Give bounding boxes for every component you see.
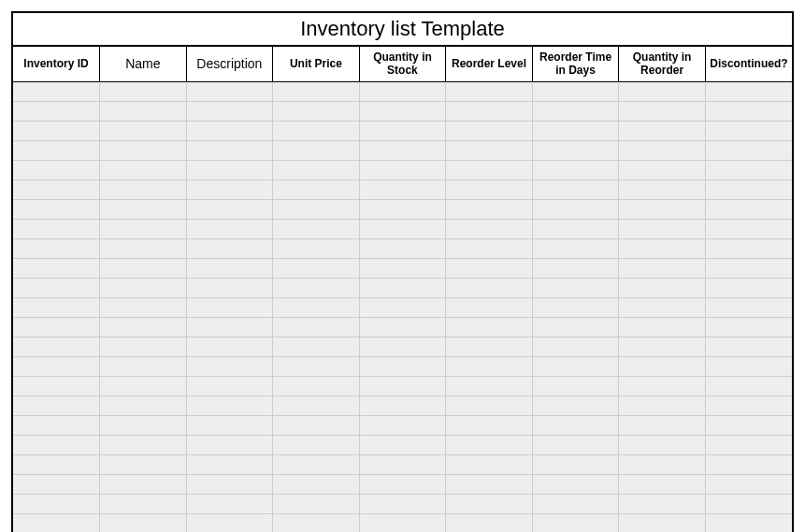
table-cell[interactable] xyxy=(532,317,619,337)
table-cell[interactable] xyxy=(13,435,100,454)
table-cell[interactable] xyxy=(100,199,187,219)
table-cell[interactable] xyxy=(705,160,792,180)
table-cell[interactable] xyxy=(446,494,533,513)
table-cell[interactable] xyxy=(100,140,187,160)
table-cell[interactable] xyxy=(446,180,533,199)
table-cell[interactable] xyxy=(186,238,273,258)
table-cell[interactable] xyxy=(532,219,619,238)
table-cell[interactable] xyxy=(13,494,100,513)
table-cell[interactable] xyxy=(446,454,533,474)
table-cell[interactable] xyxy=(13,513,100,532)
table-cell[interactable] xyxy=(100,278,187,297)
table-cell[interactable] xyxy=(619,180,706,199)
table-cell[interactable] xyxy=(619,513,706,532)
table-cell[interactable] xyxy=(100,337,187,356)
table-cell[interactable] xyxy=(186,454,273,474)
table-cell[interactable] xyxy=(13,376,100,395)
table-cell[interactable] xyxy=(359,317,446,337)
table-cell[interactable] xyxy=(100,435,187,454)
table-cell[interactable] xyxy=(273,238,360,258)
table-cell[interactable] xyxy=(446,101,533,121)
table-cell[interactable] xyxy=(619,199,706,219)
table-cell[interactable] xyxy=(186,356,273,376)
table-cell[interactable] xyxy=(446,415,533,435)
table-cell[interactable] xyxy=(359,454,446,474)
table-cell[interactable] xyxy=(446,258,533,278)
table-cell[interactable] xyxy=(446,395,533,415)
table-cell[interactable] xyxy=(359,258,446,278)
table-cell[interactable] xyxy=(446,435,533,454)
table-cell[interactable] xyxy=(532,376,619,395)
table-cell[interactable] xyxy=(532,454,619,474)
table-cell[interactable] xyxy=(186,219,273,238)
table-cell[interactable] xyxy=(186,121,273,140)
table-cell[interactable] xyxy=(100,258,187,278)
table-cell[interactable] xyxy=(619,238,706,258)
table-cell[interactable] xyxy=(273,140,360,160)
table-cell[interactable] xyxy=(705,317,792,337)
table-cell[interactable] xyxy=(13,415,100,435)
table-cell[interactable] xyxy=(619,258,706,278)
table-cell[interactable] xyxy=(100,376,187,395)
table-cell[interactable] xyxy=(13,278,100,297)
table-cell[interactable] xyxy=(100,494,187,513)
table-cell[interactable] xyxy=(273,199,360,219)
table-cell[interactable] xyxy=(532,180,619,199)
table-cell[interactable] xyxy=(359,219,446,238)
table-cell[interactable] xyxy=(705,415,792,435)
table-cell[interactable] xyxy=(705,376,792,395)
table-cell[interactable] xyxy=(186,317,273,337)
table-cell[interactable] xyxy=(186,81,273,101)
table-cell[interactable] xyxy=(705,81,792,101)
table-cell[interactable] xyxy=(705,258,792,278)
table-cell[interactable] xyxy=(619,494,706,513)
table-cell[interactable] xyxy=(705,454,792,474)
table-cell[interactable] xyxy=(273,101,360,121)
table-cell[interactable] xyxy=(13,337,100,356)
table-cell[interactable] xyxy=(446,297,533,317)
table-cell[interactable] xyxy=(273,356,360,376)
table-cell[interactable] xyxy=(13,356,100,376)
table-cell[interactable] xyxy=(273,494,360,513)
table-cell[interactable] xyxy=(705,180,792,199)
table-cell[interactable] xyxy=(13,180,100,199)
table-cell[interactable] xyxy=(705,474,792,494)
table-cell[interactable] xyxy=(532,435,619,454)
table-cell[interactable] xyxy=(13,121,100,140)
table-cell[interactable] xyxy=(619,317,706,337)
table-cell[interactable] xyxy=(100,474,187,494)
table-cell[interactable] xyxy=(532,415,619,435)
table-cell[interactable] xyxy=(446,474,533,494)
table-cell[interactable] xyxy=(273,415,360,435)
table-cell[interactable] xyxy=(619,81,706,101)
table-cell[interactable] xyxy=(359,238,446,258)
table-cell[interactable] xyxy=(186,160,273,180)
table-cell[interactable] xyxy=(100,219,187,238)
table-cell[interactable] xyxy=(619,160,706,180)
table-cell[interactable] xyxy=(186,435,273,454)
table-cell[interactable] xyxy=(100,513,187,532)
table-cell[interactable] xyxy=(359,435,446,454)
table-cell[interactable] xyxy=(446,160,533,180)
table-cell[interactable] xyxy=(13,297,100,317)
table-cell[interactable] xyxy=(619,337,706,356)
table-cell[interactable] xyxy=(186,474,273,494)
table-cell[interactable] xyxy=(532,101,619,121)
table-cell[interactable] xyxy=(13,140,100,160)
table-cell[interactable] xyxy=(359,180,446,199)
table-cell[interactable] xyxy=(619,435,706,454)
table-cell[interactable] xyxy=(705,494,792,513)
table-cell[interactable] xyxy=(273,513,360,532)
table-cell[interactable] xyxy=(273,297,360,317)
table-cell[interactable] xyxy=(619,415,706,435)
table-cell[interactable] xyxy=(273,121,360,140)
table-cell[interactable] xyxy=(100,356,187,376)
table-cell[interactable] xyxy=(532,278,619,297)
table-cell[interactable] xyxy=(619,297,706,317)
table-cell[interactable] xyxy=(273,81,360,101)
table-cell[interactable] xyxy=(273,337,360,356)
table-cell[interactable] xyxy=(100,297,187,317)
table-cell[interactable] xyxy=(359,278,446,297)
table-cell[interactable] xyxy=(359,494,446,513)
table-cell[interactable] xyxy=(100,238,187,258)
